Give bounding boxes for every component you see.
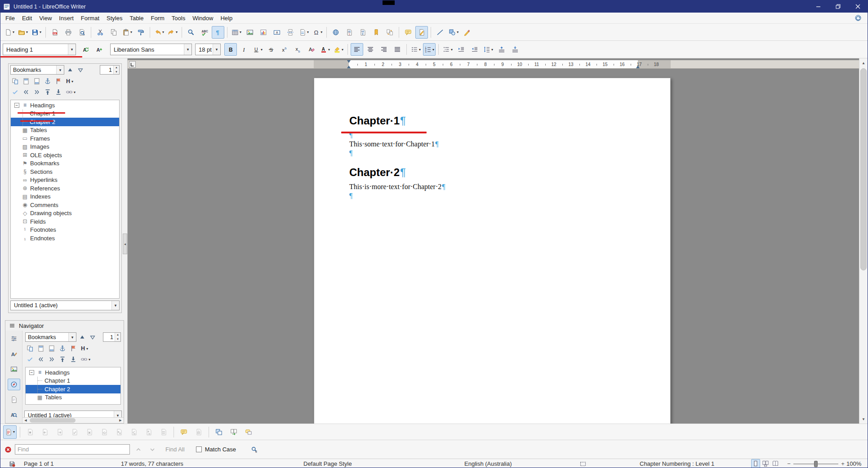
tab-stop-selector[interactable]: [129, 61, 136, 68]
insert-comment-button[interactable]: [402, 26, 414, 39]
update-style-button[interactable]: A: [80, 43, 92, 56]
insert-hyperlink-button[interactable]: [329, 26, 342, 39]
left-indent-marker[interactable]: [347, 66, 351, 68]
document-heading[interactable]: Chapter·2¶: [349, 165, 637, 180]
panel-splitter[interactable]: ◂: [123, 234, 127, 254]
match-case-label[interactable]: Match Case: [205, 446, 236, 453]
highlight-color-button[interactable]: ▾: [332, 43, 345, 56]
scroll-down-icon[interactable]: ▼: [859, 415, 868, 423]
anchor-text-button[interactable]: [43, 76, 53, 86]
merge-documents-button[interactable]: [227, 425, 240, 439]
find-input[interactable]: [15, 444, 130, 455]
save-button[interactable]: ▾: [30, 26, 43, 39]
sidebar-menu-icon[interactable]: [9, 322, 16, 329]
tree-item-comments[interactable]: ◉Comments: [11, 201, 119, 209]
sidebar-navigate-next-button[interactable]: [88, 332, 97, 342]
print-button[interactable]: [62, 26, 75, 39]
insert-footnote-button[interactable]: AB1: [343, 26, 356, 39]
insert-table-button[interactable]: ▾: [230, 26, 243, 39]
next-item-button[interactable]: [32, 87, 42, 97]
align-justify-button[interactable]: [391, 43, 404, 56]
tree-item-bookmarks[interactable]: ⚑Bookmarks: [11, 159, 119, 168]
tree-item-endnotes[interactable]: ₁Endnotes: [11, 234, 119, 243]
line-spacing-button[interactable]: ▾: [482, 43, 494, 56]
basic-shapes-button[interactable]: ▾: [447, 26, 460, 39]
zoom-level[interactable]: 100%: [846, 460, 861, 467]
heading-levels-button[interactable]: H▾: [64, 76, 75, 86]
align-right-button[interactable]: [378, 43, 390, 56]
insert-cross-reference-button[interactable]: [383, 26, 396, 39]
content-navigation-view-button[interactable]: [10, 87, 20, 97]
document-empty-paragraph[interactable]: ¶: [349, 191, 637, 200]
insert-special-character-button[interactable]: Ω▾: [311, 26, 324, 39]
toggle-master-view-button[interactable]: [25, 344, 35, 353]
export-pdf-button[interactable]: PDF: [49, 26, 61, 39]
font-size-combo[interactable]: 18 pt ▾: [195, 44, 221, 55]
menu-format[interactable]: Format: [77, 13, 103, 23]
zoom-slider-thumb[interactable]: [814, 461, 818, 467]
menu-styles[interactable]: Styles: [103, 13, 126, 23]
demote-chapter-button[interactable]: [53, 87, 63, 97]
footer-button[interactable]: [32, 76, 42, 86]
content-navigation-view-button[interactable]: [25, 354, 35, 364]
toggle-master-view-button[interactable]: [10, 76, 20, 86]
scrollbar-thumb[interactable]: [860, 68, 867, 270]
tree-item-frames[interactable]: ▭Frames: [11, 134, 119, 143]
insert-field-button[interactable]: ▾: [298, 26, 310, 39]
drag-mode-button[interactable]: ▾: [64, 87, 77, 97]
draw-functions-button[interactable]: [461, 26, 473, 39]
menu-file[interactable]: File: [2, 13, 18, 23]
sidebar-tab-gallery[interactable]: [8, 363, 20, 375]
insert-page-break-button[interactable]: [284, 26, 297, 39]
tree-item-references[interactable]: ⊛References: [11, 184, 119, 193]
match-case-checkbox[interactable]: [196, 446, 202, 452]
sidebar-tab-styles[interactable]: A: [8, 348, 20, 360]
menu-help[interactable]: Help: [217, 13, 236, 23]
zoom-in-button[interactable]: +: [840, 460, 846, 467]
open-button[interactable]: ▾: [17, 26, 29, 39]
spinner-arrows-icon[interactable]: ▲▼: [113, 66, 119, 74]
tree-item-hyperlinks[interactable]: ∞Hyperlinks: [11, 176, 119, 185]
tree-item-fields[interactable]: ⊡Fields: [11, 217, 119, 226]
align-center-button[interactable]: [364, 43, 377, 56]
tree-item-headings[interactable]: −≡Headings: [26, 368, 120, 377]
tree-item-indexes[interactable]: ▤Indexes: [11, 193, 119, 201]
combo-dropdown-icon[interactable]: ▾: [213, 44, 220, 55]
single-page-view-button[interactable]: [751, 459, 760, 468]
page-number-spinner[interactable]: 1 ▲▼: [100, 65, 120, 75]
update-icon[interactable]: [855, 14, 862, 22]
menu-form[interactable]: Form: [147, 13, 168, 23]
zoom-slider[interactable]: [793, 459, 838, 468]
insert-track-comment-button[interactable]: [177, 425, 191, 439]
tree-item-drawing-objects[interactable]: ◇Drawing objects: [11, 209, 119, 218]
combo-dropdown-icon[interactable]: ▾: [68, 44, 76, 55]
header-button[interactable]: [21, 76, 31, 86]
navigator-document-combo[interactable]: Untitled 1 (active) ▾: [10, 300, 120, 310]
spinner-arrows-icon[interactable]: ▲▼: [115, 333, 120, 341]
combo-dropdown-icon[interactable]: ▾: [68, 333, 76, 341]
sidebar-tab-navigator[interactable]: [8, 379, 20, 390]
sidebar-page-number-spinner[interactable]: 1 ▲▼: [103, 332, 121, 342]
combo-dropdown-icon[interactable]: ▾: [184, 44, 191, 55]
document-page[interactable]: Chapter·1¶¶This·some·text·for·Chapter·1¶…: [314, 78, 671, 424]
tree-item-chapter-1[interactable]: Chapter 1: [26, 377, 120, 385]
word-count[interactable]: 17 words, 77 characters: [121, 460, 183, 467]
selection-mode-icon[interactable]: [579, 460, 587, 468]
insert-line-button[interactable]: [434, 26, 446, 39]
drag-mode-button[interactable]: ▾: [79, 354, 92, 364]
tree-item-tables[interactable]: ▦Tables: [26, 393, 120, 402]
first-line-indent-marker[interactable]: [347, 60, 351, 63]
menu-tools[interactable]: Tools: [168, 13, 189, 23]
increase-paragraph-spacing-button[interactable]: [495, 43, 508, 56]
undo-button[interactable]: ▾: [153, 26, 165, 39]
heading-levels-button[interactable]: H▾: [79, 344, 89, 353]
writer-app-icon[interactable]: [3, 3, 10, 10]
header-button[interactable]: [36, 344, 46, 353]
document-heading[interactable]: Chapter·1¶: [349, 113, 637, 128]
tree-item-sections[interactable]: §Sections: [11, 168, 119, 176]
tree-item-headings[interactable]: −≡Headings: [11, 101, 119, 110]
footer-button[interactable]: [47, 344, 57, 353]
navigate-previous-button[interactable]: [65, 65, 75, 75]
vertical-scrollbar[interactable]: ▲ ▼: [859, 58, 868, 424]
ordered-list-button[interactable]: 1.2.3.▾: [423, 43, 436, 56]
